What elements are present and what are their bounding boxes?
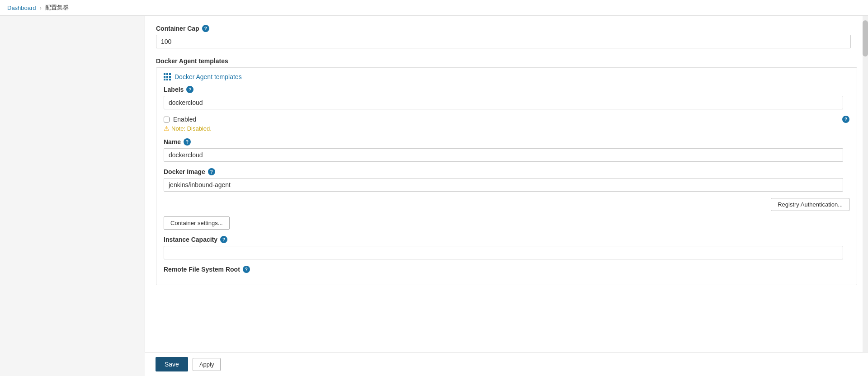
- labels-help-icon[interactable]: ?: [186, 86, 193, 93]
- instance-capacity-section: Instance Capacity ?: [164, 236, 849, 259]
- docker-template-link[interactable]: Docker Agent templates: [164, 73, 849, 80]
- breadcrumb-dashboard[interactable]: Dashboard: [7, 5, 36, 11]
- footer-bar: Save Apply: [145, 352, 868, 374]
- inner-form: Labels ? Enabled: [164, 86, 849, 273]
- remote-fs-section: Remote File System Root ?: [164, 266, 849, 273]
- registry-auth-button[interactable]: Registry Authentication...: [771, 198, 849, 211]
- docker-image-section: Docker Image ?: [164, 168, 849, 192]
- name-input[interactable]: [164, 148, 843, 162]
- remote-fs-label: Remote File System Root ?: [164, 266, 849, 273]
- docker-agent-templates-label: Docker Agent templates: [156, 57, 857, 65]
- labels-input[interactable]: [164, 96, 843, 109]
- breadcrumb-separator: ›: [40, 5, 42, 11]
- instance-capacity-input[interactable]: [164, 246, 843, 259]
- breadcrumb: Dashboard › 配置集群: [0, 0, 868, 16]
- labels-label: Labels ?: [164, 86, 849, 93]
- enabled-left: Enabled: [164, 116, 196, 123]
- scrollbar-thumb[interactable]: [863, 20, 868, 56]
- enabled-section: Enabled ? ⚠ Note: Disabled.: [164, 116, 849, 132]
- enabled-row: Enabled ?: [164, 116, 849, 123]
- breadcrumb-current: 配置集群: [45, 4, 69, 12]
- warning-icon: ⚠: [164, 125, 170, 132]
- note-disabled: ⚠ Note: Disabled.: [164, 125, 849, 132]
- enabled-checkbox[interactable]: [164, 117, 170, 122]
- labels-section: Labels ?: [164, 86, 849, 109]
- container-cap-help-icon[interactable]: ?: [202, 25, 209, 32]
- registry-auth-row: Registry Authentication...: [164, 198, 849, 211]
- name-help-icon[interactable]: ?: [184, 138, 191, 146]
- left-spacer: [0, 16, 145, 374]
- apply-button[interactable]: Apply: [193, 358, 221, 371]
- enabled-label: Enabled: [173, 116, 196, 123]
- docker-image-input[interactable]: [164, 178, 843, 192]
- enabled-help-icon[interactable]: ?: [842, 116, 849, 123]
- docker-image-help-icon[interactable]: ?: [208, 168, 215, 175]
- save-button[interactable]: Save: [156, 357, 188, 371]
- name-label: Name ?: [164, 138, 849, 146]
- docker-image-label: Docker Image ?: [164, 168, 849, 175]
- container-cap-input[interactable]: [156, 35, 851, 48]
- instance-capacity-help-icon[interactable]: ?: [220, 236, 227, 243]
- container-settings-row: Container settings...: [164, 216, 849, 230]
- remote-fs-help-icon[interactable]: ?: [243, 266, 250, 273]
- container-cap-section: Container Cap ?: [156, 25, 857, 48]
- docker-templates-block: Docker Agent templates Labels ?: [156, 67, 857, 285]
- instance-capacity-label: Instance Capacity ?: [164, 236, 849, 243]
- name-section: Name ?: [164, 138, 849, 162]
- scrollbar[interactable]: [863, 16, 868, 374]
- docker-agent-templates-section: Docker Agent templates Docker Agent temp…: [156, 57, 857, 285]
- container-settings-button[interactable]: Container settings...: [164, 216, 230, 230]
- main-form: Container Cap ? Docker Agent templates: [145, 16, 868, 374]
- grid-icon: [164, 73, 171, 80]
- container-cap-label: Container Cap ?: [156, 25, 857, 32]
